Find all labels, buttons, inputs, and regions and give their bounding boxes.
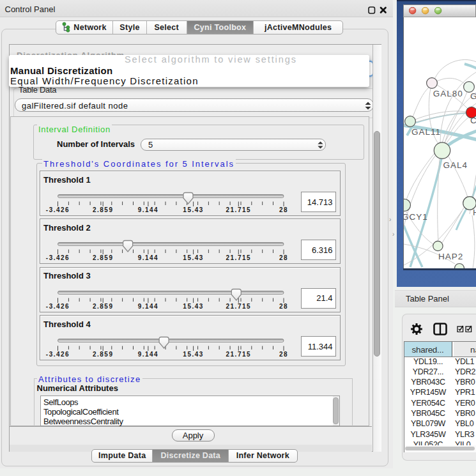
svg-text:15.43: 15.43 [183,351,204,358]
svg-text:15.43: 15.43 [183,206,204,213]
svg-text:9.144: 9.144 [138,206,159,213]
svg-text:GAL4: GAL4 [443,160,468,170]
svg-text:21.715: 21.715 [226,351,252,358]
svg-text:9.144: 9.144 [138,254,159,261]
svg-text:15.43: 15.43 [183,303,204,310]
svg-text:28: 28 [279,303,288,310]
svg-text:-3.426: -3.426 [46,303,70,310]
svg-text:GAL80: GAL80 [433,89,463,98]
svg-text:2.859: 2.859 [93,351,114,358]
svg-text:2.859: 2.859 [93,206,114,213]
svg-text:-3.426: -3.426 [46,206,70,213]
svg-text:21.715: 21.715 [226,254,252,261]
svg-text:GA: GA [470,91,476,101]
svg-text:28: 28 [279,351,288,358]
svg-text:21.715: 21.715 [226,303,252,310]
svg-text:GAL11: GAL11 [411,127,441,137]
svg-text:-3.426: -3.426 [46,351,70,358]
svg-text:28: 28 [279,254,288,261]
svg-text:2.859: 2.859 [93,303,114,310]
svg-text:15.43: 15.43 [183,254,204,261]
svg-text:C: C [470,116,476,125]
svg-text:2.859: 2.859 [93,254,114,261]
svg-text:21.715: 21.715 [226,206,252,213]
svg-text:HAP2: HAP2 [438,252,463,261]
svg-text:9.144: 9.144 [138,351,159,358]
svg-text:-3.426: -3.426 [46,254,70,261]
svg-text:9.144: 9.144 [138,303,159,310]
svg-text:H: H [473,208,476,217]
svg-text:GCY1: GCY1 [404,212,428,222]
svg-text:28: 28 [279,206,288,213]
